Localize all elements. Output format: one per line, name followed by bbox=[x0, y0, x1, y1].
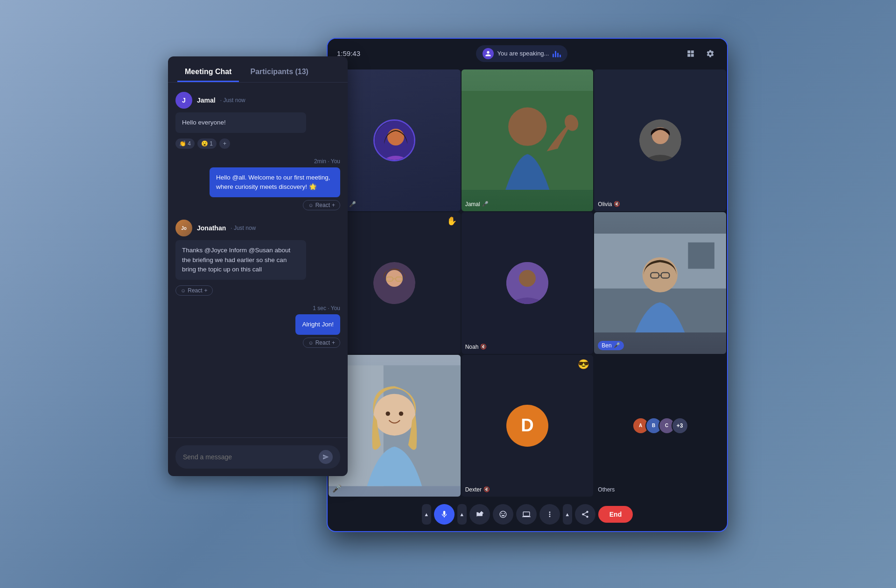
sound-bar-3 bbox=[557, 53, 559, 57]
participant-label-female: 🎤 bbox=[332, 484, 342, 493]
video-controls-right bbox=[683, 46, 718, 61]
camera-off-icon bbox=[476, 510, 484, 519]
svg-point-18 bbox=[643, 257, 678, 292]
tab-meeting-chat[interactable]: Meeting Chat bbox=[177, 63, 239, 82]
chat-input-area bbox=[168, 437, 348, 476]
message-header: J Jamal · Just now bbox=[175, 92, 340, 109]
svg-rect-17 bbox=[688, 242, 715, 269]
participant-label-jamal: Jamal 🎤 bbox=[465, 201, 489, 208]
end-call-button[interactable]: End bbox=[598, 506, 633, 523]
message-bubble: Hello everyone! bbox=[175, 112, 306, 133]
others-avatars: A B C +3 bbox=[632, 417, 688, 434]
svg-point-3 bbox=[508, 107, 546, 145]
mic-icon bbox=[440, 510, 448, 519]
send-button[interactable] bbox=[319, 450, 333, 464]
tab-participants[interactable]: Participants (13) bbox=[243, 63, 315, 82]
others-count: +3 bbox=[672, 417, 688, 434]
chat-input-wrapper bbox=[175, 445, 340, 469]
gear-icon bbox=[706, 49, 714, 58]
outgoing-meta: 2min · You bbox=[314, 158, 340, 165]
participant-label-ben: Ben 🎤 bbox=[598, 341, 623, 350]
avatar-noah-svg bbox=[506, 262, 548, 304]
dexter-initial: D bbox=[506, 405, 548, 447]
outgoing-message-group-2: 1 sec · You Alright Jon! ☺ React + bbox=[175, 305, 340, 348]
video-cell-noah: Noah 🔇 bbox=[462, 212, 594, 354]
sound-bar-1 bbox=[553, 54, 554, 57]
video-cell-jane: ✋ ne 🔇 bbox=[329, 212, 461, 354]
chat-messages: J Jamal · Just now Hello everyone! 👏 4 😮… bbox=[168, 83, 348, 437]
avatar: J bbox=[175, 92, 192, 109]
grid-icon bbox=[686, 49, 695, 58]
share-screen-button[interactable] bbox=[575, 504, 595, 525]
sender-name: Jamal bbox=[197, 97, 216, 104]
grid-view-button[interactable] bbox=[683, 46, 698, 61]
message-reactions: 👏 4 😮 1 + bbox=[175, 138, 340, 149]
share-icon bbox=[581, 510, 589, 519]
jamal-video-svg bbox=[462, 69, 594, 211]
outgoing-message-group: 2min · You Hello @all. Welcome to our fi… bbox=[175, 158, 340, 211]
send-icon bbox=[322, 454, 329, 460]
sound-bar-4 bbox=[560, 55, 561, 57]
message-header-jonathan: Jo Jonathan · Just now bbox=[175, 220, 340, 236]
participant-label-noah: Noah 🔇 bbox=[465, 344, 487, 350]
speaking-text: You are speaking... bbox=[497, 50, 549, 57]
chat-panel: Meeting Chat Participants (13) J Jamal ·… bbox=[168, 56, 348, 476]
mic-arrow[interactable]: ▲ bbox=[422, 504, 431, 525]
message-group-jonathan: Jo Jonathan · Just now Thanks @Joyce Inf… bbox=[175, 220, 340, 296]
react-button[interactable]: ☺ React + bbox=[303, 200, 340, 210]
chat-input[interactable] bbox=[183, 453, 315, 461]
react-button-jonathan[interactable]: ☺ React + bbox=[175, 285, 213, 296]
video-cell-dexter: 😎 D Dexter 🔇 bbox=[462, 355, 594, 497]
video-cell-ben: Ben 🎤 bbox=[594, 212, 726, 354]
screen-share-button[interactable] bbox=[516, 504, 537, 525]
speaking-indicator: You are speaking... bbox=[476, 45, 568, 62]
svg-point-8 bbox=[386, 270, 403, 287]
avatar-noah bbox=[506, 262, 548, 304]
female-video-svg bbox=[329, 355, 461, 497]
video-cell-female: 🎤 bbox=[329, 355, 461, 497]
emoji-icon bbox=[499, 510, 507, 519]
avatar-olivia bbox=[639, 119, 681, 161]
message-time-jonathan: · Just now bbox=[231, 225, 256, 231]
others-label: Others bbox=[598, 486, 615, 493]
participant-label-dexter: Dexter 🔇 bbox=[465, 486, 490, 493]
camera-arrow[interactable]: ▲ bbox=[457, 504, 467, 525]
video-grid: (You) 🎤 Jamal bbox=[328, 69, 727, 498]
outgoing-meta-2: 1 sec · You bbox=[313, 305, 340, 311]
more-icon bbox=[546, 510, 554, 519]
video-cell-others: A B C +3 Others bbox=[594, 355, 726, 497]
svg-point-26 bbox=[399, 411, 403, 415]
video-toolbar: ▲ ▲ bbox=[328, 498, 727, 531]
video-panel: 1:59:43 You are speaking... bbox=[327, 38, 728, 532]
video-header: 1:59:43 You are speaking... bbox=[328, 39, 727, 69]
participant-label-olivia: Olivia 🔇 bbox=[598, 201, 620, 208]
dexter-emoji: 😎 bbox=[578, 359, 589, 370]
person-icon bbox=[485, 50, 491, 57]
avatar-jonathan: Jo bbox=[175, 220, 192, 236]
avatar-jane-svg bbox=[373, 262, 415, 304]
camera-button[interactable] bbox=[469, 504, 490, 525]
emoji-button[interactable] bbox=[493, 504, 513, 525]
reaction-add[interactable]: + bbox=[219, 138, 230, 149]
video-cell-you: (You) 🎤 bbox=[329, 69, 461, 211]
video-cell-olivia: Olivia 🔇 bbox=[594, 69, 726, 211]
avatar-olivia-svg bbox=[639, 119, 681, 161]
share-arrow[interactable]: ▲ bbox=[563, 504, 572, 525]
react-button-2[interactable]: ☺ React + bbox=[303, 338, 340, 348]
avatar-jane bbox=[373, 262, 415, 304]
reaction-clap[interactable]: 👏 4 bbox=[175, 138, 195, 149]
svg-point-25 bbox=[385, 411, 390, 415]
video-cell-jamal: Jamal 🎤 bbox=[462, 69, 594, 211]
speaking-avatar bbox=[483, 48, 494, 59]
settings-button[interactable] bbox=[703, 46, 718, 61]
message-time: · Just now bbox=[220, 97, 245, 104]
reaction-wow[interactable]: 😮 1 bbox=[197, 138, 217, 149]
avatar-you-svg bbox=[375, 121, 415, 161]
more-button[interactable] bbox=[539, 504, 560, 525]
svg-point-1 bbox=[387, 129, 404, 145]
sound-bar-2 bbox=[555, 51, 556, 57]
mic-button[interactable] bbox=[434, 504, 455, 525]
ben-video-svg bbox=[594, 212, 726, 354]
avatar-you bbox=[373, 119, 415, 161]
message-bubble-outgoing: Hello @all. Welcome to our first meeting… bbox=[210, 167, 340, 198]
